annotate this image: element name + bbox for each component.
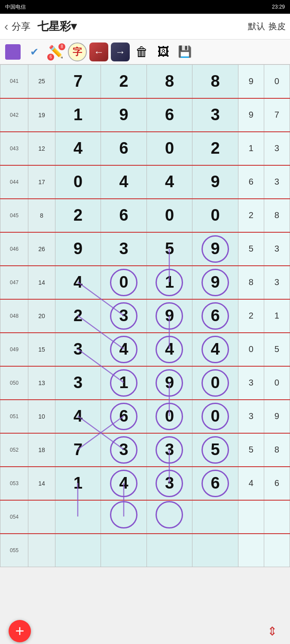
cell-055-d3[interactable] xyxy=(147,534,192,567)
cell-044-d1[interactable]: 0 xyxy=(55,165,101,199)
cell-048-d1[interactable]: 2 xyxy=(55,299,101,333)
row-id-cell: 048 xyxy=(0,299,28,333)
cell-048-d4[interactable]: 6 xyxy=(192,299,238,333)
cell-046-d1[interactable]: 9 xyxy=(55,232,101,266)
cell-043-d1[interactable]: 4 xyxy=(55,132,101,165)
cell-045-d3[interactable]: 0 xyxy=(147,199,192,232)
cell-048-d2[interactable]: 3 xyxy=(101,299,147,333)
cell-050-d1[interactable]: 3 xyxy=(55,366,101,400)
cell-051-d1[interactable]: 4 xyxy=(55,400,101,433)
cell-046-d3[interactable]: 5 xyxy=(147,232,192,266)
cell-050-d3[interactable]: 9 xyxy=(147,366,192,400)
cell-046-d4[interactable]: 9 xyxy=(192,232,238,266)
cell-041-d3[interactable]: 8 xyxy=(147,65,192,98)
cell-043-d3[interactable]: 0 xyxy=(147,132,192,165)
cell-052-d3[interactable]: 3 xyxy=(147,433,192,467)
cell-045-d2[interactable]: 6 xyxy=(101,199,147,232)
move-fab-button[interactable]: ⇕ xyxy=(263,622,281,641)
cell-047-d2[interactable]: 0 xyxy=(101,266,147,299)
header: ‹ 分享 七星彩▾ 默认 换皮 xyxy=(0,14,290,39)
save-button[interactable]: 💾 xyxy=(175,43,194,61)
cell-049-s2: 5 xyxy=(264,333,290,366)
row-id-cell: 054 xyxy=(0,500,28,534)
cell-048-d3[interactable]: 9 xyxy=(147,299,192,333)
default-label[interactable]: 默认 xyxy=(248,21,265,32)
cell-047-d1[interactable]: 4 xyxy=(55,266,101,299)
page-title[interactable]: 七星彩▾ xyxy=(37,19,248,34)
photos-button[interactable]: 🖼 xyxy=(154,43,173,61)
cell-042-d1[interactable]: 1 xyxy=(55,98,101,132)
toolbar: ✔ ✏️ 8 6 字 ← → 🗑 🖼 💾 xyxy=(0,39,290,64)
cell-045-d1[interactable]: 2 xyxy=(55,199,101,232)
cell-055-d1[interactable] xyxy=(55,534,101,567)
cell-050-d4[interactable]: 0 xyxy=(192,366,238,400)
cell-051-d2[interactable]: 6 xyxy=(101,400,147,433)
cell-054-d1[interactable] xyxy=(55,500,101,534)
cell-054-d4[interactable] xyxy=(192,500,238,534)
cell-053-d4[interactable]: 6 xyxy=(192,467,238,500)
cell-042-d4[interactable]: 3 xyxy=(192,98,238,132)
cell-044-d3[interactable]: 4 xyxy=(147,165,192,199)
cell-049-d3[interactable]: 4 xyxy=(147,333,192,366)
cell-051-s2: 9 xyxy=(264,400,290,433)
table-row: 04820239621 xyxy=(0,299,290,333)
cell-041-s2: 0 xyxy=(264,65,290,98)
cell-041-d4[interactable]: 8 xyxy=(192,65,238,98)
cell-053-d1[interactable]: 1 xyxy=(55,467,101,500)
cell-043-d4[interactable]: 2 xyxy=(192,132,238,165)
cell-044-s1: 6 xyxy=(238,165,264,199)
cell-046-d2[interactable]: 3 xyxy=(101,232,147,266)
row-id-cell: 050 xyxy=(0,366,28,400)
share-label[interactable]: 分享 xyxy=(12,20,31,33)
row-num-cell: 26 xyxy=(28,232,55,266)
cell-043-d2[interactable]: 6 xyxy=(101,132,147,165)
trash-button[interactable]: 🗑 xyxy=(132,43,151,61)
cell-044-d4[interactable]: 9 xyxy=(192,165,238,199)
cell-053-d3[interactable]: 3 xyxy=(147,467,192,500)
cell-054-d3[interactable] xyxy=(147,500,192,534)
skin-label[interactable]: 换皮 xyxy=(269,21,286,32)
cell-044-d2[interactable]: 4 xyxy=(101,165,147,199)
cell-053-d2[interactable]: 4 xyxy=(101,467,147,500)
cell-049-d1[interactable]: 3 xyxy=(55,333,101,366)
cell-050-d2[interactable]: 1 xyxy=(101,366,147,400)
cell-051-d3[interactable]: 0 xyxy=(147,400,192,433)
row-num-cell: 13 xyxy=(28,366,55,400)
cell-052-d2[interactable]: 3 xyxy=(101,433,147,467)
cell-042-d2[interactable]: 9 xyxy=(101,98,147,132)
checkmark-button[interactable]: ✔ xyxy=(25,43,44,61)
table-row: 05013319030 xyxy=(0,366,290,400)
char-button[interactable]: 字 xyxy=(68,43,87,61)
cell-041-d2[interactable]: 2 xyxy=(101,65,147,98)
cell-049-d4[interactable]: 4 xyxy=(192,333,238,366)
cell-042-d3[interactable]: 6 xyxy=(147,98,192,132)
cell-047-d3[interactable]: 1 xyxy=(147,266,192,299)
cell-045-d4[interactable]: 0 xyxy=(192,199,238,232)
add-fab-button[interactable]: + xyxy=(9,620,31,642)
cell-055-d2[interactable] xyxy=(101,534,147,567)
lottery-table: 0412572889004219196397043124602130441704… xyxy=(0,64,290,567)
cell-052-s2: 8 xyxy=(264,433,290,467)
cell-055-d4[interactable] xyxy=(192,534,238,567)
cell-054-s2 xyxy=(264,500,290,534)
cell-049-d2[interactable]: 4 xyxy=(101,333,147,366)
cell-054-d2[interactable] xyxy=(101,500,147,534)
back-arrow-button[interactable]: ← xyxy=(89,43,108,61)
row-num-cell: 19 xyxy=(28,98,55,132)
cell-049-s1: 0 xyxy=(238,333,264,366)
color-square-button[interactable] xyxy=(3,43,22,61)
cell-047-d4[interactable]: 9 xyxy=(192,266,238,299)
cell-052-d4[interactable]: 5 xyxy=(192,433,238,467)
cell-041-d1[interactable]: 7 xyxy=(55,65,101,98)
forward-arrow-button[interactable]: → xyxy=(111,43,130,61)
row-id-cell: 049 xyxy=(0,333,28,366)
cell-050-s1: 3 xyxy=(238,366,264,400)
table-row: 04125728890 xyxy=(0,65,290,98)
cell-045-s1: 2 xyxy=(238,199,264,232)
cell-051-d4[interactable]: 0 xyxy=(192,400,238,433)
row-num-cell: 17 xyxy=(28,165,55,199)
back-button[interactable]: ‹ xyxy=(4,20,8,33)
cell-052-d1[interactable]: 7 xyxy=(55,433,101,467)
cell-048-s2: 1 xyxy=(264,299,290,333)
badge-button[interactable]: ✏️ 8 6 xyxy=(46,43,65,61)
